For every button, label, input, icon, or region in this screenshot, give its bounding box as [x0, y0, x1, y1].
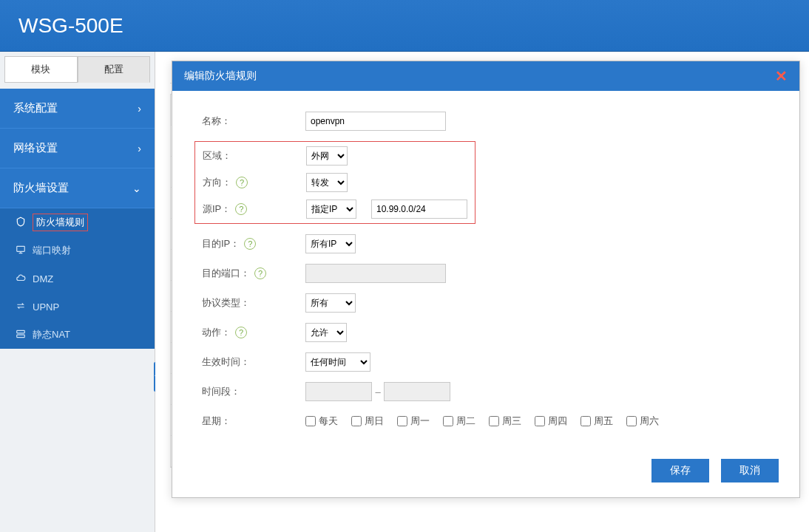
sidebar: 模块 配置 系统配置 › 网络设置 › 防火墙设置 ⌄ — [0, 52, 155, 532]
chk-wed[interactable]: 周三 — [489, 415, 521, 428]
nav-firewall[interactable]: 防火墙设置 ⌄ — [0, 168, 155, 208]
period-from-input[interactable] — [305, 382, 372, 401]
dialog-title: 编辑防火墙规则 — [184, 69, 257, 83]
svg-rect-0 — [17, 246, 25, 251]
tab-config[interactable]: 配置 — [78, 56, 151, 83]
nav-sub-rules[interactable]: 防火墙规则 — [0, 208, 155, 236]
chevron-down-icon: ⌄ — [132, 183, 141, 194]
dash-separator: – — [372, 386, 384, 398]
chk-everyday[interactable]: 每天 — [305, 415, 338, 428]
svg-rect-2 — [17, 335, 25, 338]
label-name: 名称： — [202, 115, 305, 128]
chevron-right-icon: › — [138, 143, 141, 154]
chk-tue[interactable]: 周二 — [443, 415, 475, 428]
help-icon[interactable]: ? — [236, 177, 248, 188]
cloud-icon — [15, 273, 27, 285]
chk-fri[interactable]: 周五 — [580, 415, 613, 428]
chk-sat[interactable]: 周六 — [626, 415, 659, 428]
label-dstport: 目的端口：? — [202, 267, 305, 280]
server-icon — [15, 329, 27, 341]
srcip-mode-select[interactable]: 指定IP — [306, 200, 356, 219]
chk-mon[interactable]: 周一 — [397, 415, 430, 428]
swap-icon — [15, 301, 27, 313]
edit-rule-dialog: 编辑防火墙规则 ✕ 名称： 区域： 外网 方向：? 转发 源IP：? 指定IP — [172, 61, 800, 498]
dstip-mode-select[interactable]: 所有IP — [305, 234, 356, 253]
period-to-input[interactable] — [384, 382, 450, 401]
svg-rect-1 — [17, 330, 25, 333]
label-time: 生效时间： — [202, 355, 305, 369]
nav-sub-portmap[interactable]: 端口映射 — [0, 236, 155, 265]
cancel-button[interactable]: 取消 — [721, 459, 779, 482]
nav-sub-dmz[interactable]: DMZ — [0, 265, 155, 293]
label-dstip: 目的IP：? — [202, 237, 305, 250]
name-input[interactable] — [305, 112, 446, 131]
nav-sub-upnp[interactable]: UPNP — [0, 293, 155, 321]
app-header: WSG-500E — [0, 0, 809, 52]
zone-select[interactable]: 外网 — [306, 146, 348, 166]
chevron-right-icon: › — [138, 103, 141, 115]
dialog-header: 编辑防火墙规则 ✕ — [172, 61, 799, 91]
srcip-input[interactable] — [371, 200, 467, 219]
label-week: 星期： — [202, 415, 305, 428]
chk-thu[interactable]: 周四 — [535, 415, 567, 428]
highlighted-group: 区域： 外网 方向：? 转发 源IP：? 指定IP — [194, 141, 475, 224]
monitor-icon — [15, 245, 27, 257]
action-select[interactable]: 允许 — [305, 323, 347, 342]
label-direction: 方向：? — [203, 176, 306, 189]
label-action: 动作：? — [202, 326, 305, 339]
weekday-group: 每天 周日 周一 周二 周三 周四 周五 周六 — [305, 415, 668, 428]
help-icon[interactable]: ? — [254, 267, 266, 279]
label-period: 时间段： — [202, 385, 305, 398]
chk-sun[interactable]: 周日 — [351, 415, 384, 428]
nav-network[interactable]: 网络设置 › — [0, 129, 155, 168]
sidebar-tabs: 模块 配置 — [4, 56, 150, 83]
nav-system[interactable]: 系统配置 › — [0, 89, 155, 129]
label-proto: 协议类型： — [202, 296, 305, 310]
close-icon[interactable]: ✕ — [775, 67, 788, 85]
help-icon[interactable]: ? — [244, 238, 256, 250]
shield-icon — [15, 216, 27, 229]
dstport-input[interactable] — [305, 264, 446, 283]
tab-module[interactable]: 模块 — [4, 56, 78, 83]
label-srcip: 源IP：? — [203, 202, 306, 216]
protocol-select[interactable]: 所有 — [305, 293, 356, 313]
nav-sub-snat[interactable]: 静态NAT — [0, 321, 155, 349]
help-icon[interactable]: ? — [235, 327, 247, 338]
direction-select[interactable]: 转发 — [306, 173, 348, 192]
label-zone: 区域： — [203, 149, 306, 163]
save-button[interactable]: 保存 — [651, 459, 709, 482]
help-icon[interactable]: ? — [235, 203, 247, 215]
app-title: WSG-500E — [18, 14, 123, 38]
time-select[interactable]: 任何时间 — [305, 352, 370, 372]
